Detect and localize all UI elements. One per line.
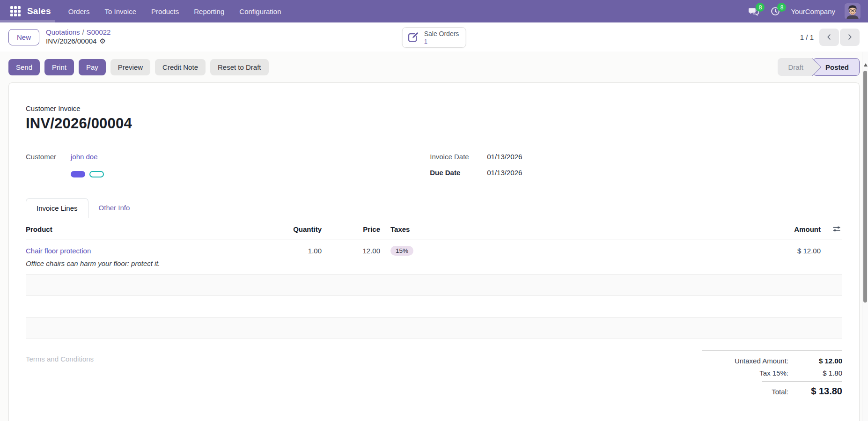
menu-orders[interactable]: Orders (62, 5, 96, 18)
menu-to-invoice[interactable]: To Invoice (99, 5, 143, 18)
tax-badge: 15% (390, 246, 413, 256)
sale-orders-stat-button[interactable]: Sale Orders 1 (402, 27, 466, 48)
totals-divider (762, 381, 842, 382)
messages-badge: 8 (756, 3, 765, 12)
menu-configuration[interactable]: Configuration (233, 5, 287, 18)
header-amount[interactable]: Amount (741, 225, 821, 233)
optional-columns-sliders-icon[interactable] (832, 224, 841, 234)
total-value: $ 13.80 (788, 386, 842, 397)
tax-row: Tax 15%: $ 1.80 (702, 369, 842, 377)
breadcrumb-separator: / (82, 28, 84, 36)
main-menu: Orders To Invoice Products Reporting Con… (62, 5, 287, 18)
breadcrumb: Quotations/S00022 INV/2026/00004 ⚙ (46, 28, 110, 46)
empty-row (26, 318, 842, 339)
chevron-left-icon (825, 33, 833, 41)
pager: 1 / 1 (800, 29, 860, 46)
invoice-date-value[interactable]: 01/13/2026 (487, 153, 842, 161)
customer-tags (71, 171, 430, 177)
sheet-footer: Terms and Conditions Untaxed Amount: $ 1… (26, 350, 842, 401)
activities-button[interactable]: 8 (769, 6, 781, 17)
breadcrumb-current: INV/2026/00004 (46, 37, 96, 46)
apps-menu-button[interactable] (7, 3, 23, 19)
credit-note-button[interactable]: Credit Note (155, 59, 206, 75)
user-avatar[interactable] (845, 3, 861, 19)
odoo-app: Sales Orders To Invoice Products Reporti… (0, 0, 868, 421)
header-product[interactable]: Product (26, 225, 269, 233)
customer-label: Customer (26, 153, 71, 161)
total-label: Total: (702, 388, 788, 396)
invoice-sheet: Customer Invoice INV/2026/00004 Customer… (8, 82, 860, 421)
action-bar: Send Print Pay Preview Credit Note Reset… (0, 52, 868, 80)
new-button[interactable]: New (8, 29, 39, 45)
reset-to-draft-button[interactable]: Reset to Draft (210, 59, 269, 75)
send-button[interactable]: Send (8, 59, 40, 75)
tax-value: $ 1.80 (788, 369, 842, 377)
activities-badge: 8 (777, 3, 786, 12)
untaxed-amount-row: Untaxed Amount: $ 12.00 (702, 357, 842, 365)
pager-next-button[interactable] (840, 29, 860, 46)
line-price[interactable]: 12.00 (322, 247, 380, 255)
due-date-label: Due Date (430, 169, 487, 177)
terms-and-conditions-field[interactable]: Terms and Conditions (26, 355, 94, 401)
invoice-number: INV/2026/00004 (26, 115, 842, 132)
line-description[interactable]: Office chairs can harm your floor: prote… (26, 259, 842, 267)
tag-indigo-pill[interactable] (71, 171, 85, 177)
pager-counter: 1 / 1 (800, 33, 814, 41)
status-bar: Draft Posted (778, 58, 860, 76)
header-fields: Customer john doe Invoice Date 01/13/202… (26, 153, 842, 177)
line-amount: $ 12.00 (741, 247, 821, 255)
print-button[interactable]: Print (44, 59, 74, 75)
header-price[interactable]: Price (322, 225, 380, 233)
menu-reporting[interactable]: Reporting (188, 5, 230, 18)
totals-block: Untaxed Amount: $ 12.00 Tax 15%: $ 1.80 … (702, 350, 842, 401)
vertical-scrollbar[interactable] (862, 52, 868, 421)
pay-button[interactable]: Pay (79, 59, 106, 75)
breadcrumb-quotations[interactable]: Quotations (46, 28, 80, 36)
apps-grid-icon (10, 6, 21, 16)
control-panel: New Quotations/S00022 INV/2026/00004 ⚙ S… (0, 22, 868, 52)
company-switcher[interactable]: YourCompany (791, 7, 835, 15)
stat-button-label: Sale Orders (424, 30, 459, 38)
line-quantity[interactable]: 1.00 (269, 247, 322, 255)
scrollbar-up-arrow-icon[interactable] (864, 63, 868, 66)
lines-table-header: Product Quantity Price Taxes Amount (26, 218, 842, 239)
document-type-label: Customer Invoice (26, 104, 842, 112)
form-view: Customer Invoice INV/2026/00004 Customer… (0, 80, 868, 421)
tag-teal-pill[interactable] (89, 171, 104, 177)
invoice-date-label: Invoice Date (430, 153, 487, 161)
untaxed-amount-value: $ 12.00 (788, 357, 842, 365)
breadcrumb-s00022[interactable]: S00022 (87, 28, 111, 36)
header-quantity[interactable]: Quantity (269, 225, 322, 233)
empty-row (26, 274, 842, 296)
menu-products[interactable]: Products (145, 5, 185, 18)
messages-button[interactable]: 8 (748, 6, 760, 17)
stat-button-count: 1 (424, 38, 427, 45)
pager-previous-button[interactable] (819, 29, 839, 46)
invoice-line-row: Chair floor protection 1.00 12.00 15% $ … (26, 239, 842, 257)
gear-icon[interactable]: ⚙ (99, 37, 105, 46)
preview-button[interactable]: Preview (110, 59, 150, 75)
navbar-systray: 8 8 YourCompany (748, 3, 861, 19)
tab-invoice-lines[interactable]: Invoice Lines (26, 198, 88, 218)
edit-document-icon (407, 31, 420, 44)
top-navbar: Sales Orders To Invoice Products Reporti… (0, 0, 868, 22)
header-taxes[interactable]: Taxes (380, 225, 741, 233)
app-name[interactable]: Sales (27, 6, 51, 16)
total-row: Total: $ 13.80 (702, 386, 842, 397)
empty-rows (26, 274, 842, 339)
scrollbar-thumb[interactable] (863, 71, 867, 303)
notebook-tabs: Invoice Lines Other Info (26, 198, 842, 218)
customer-link[interactable]: john doe (71, 153, 98, 161)
untaxed-amount-label: Untaxed Amount: (702, 357, 788, 365)
empty-row (26, 296, 842, 318)
tab-other-info[interactable]: Other Info (88, 198, 140, 218)
product-link[interactable]: Chair floor protection (26, 247, 91, 255)
due-date-value[interactable]: 01/13/2026 (487, 169, 842, 177)
invoice-line-description-row: Office chairs can harm your floor: prote… (26, 257, 842, 274)
tax-label: Tax 15%: (702, 369, 788, 377)
chevron-right-icon (846, 33, 854, 41)
